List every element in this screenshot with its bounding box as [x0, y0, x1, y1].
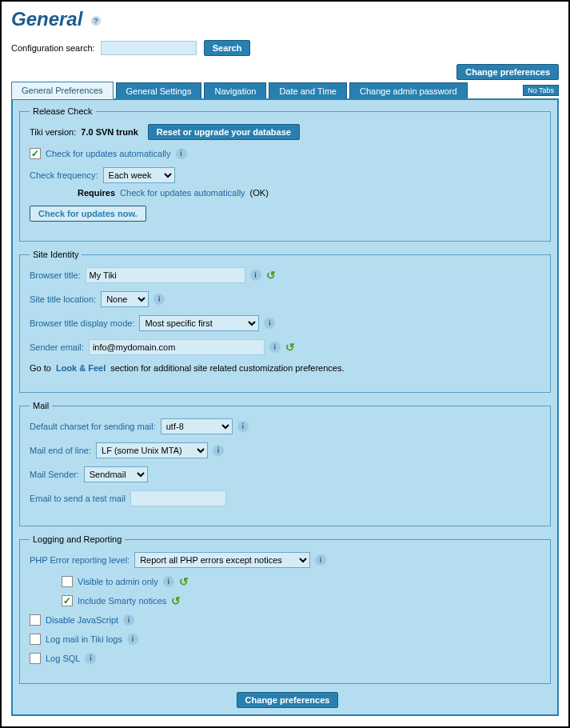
help-icon[interactable]: ? [91, 16, 101, 26]
top-bar: Change preferences [11, 64, 559, 80]
mail-sender-select[interactable]: Sendmail [84, 466, 148, 482]
release-check-fieldset: Release Check Tiki version: 7.0 SVN trun… [19, 106, 551, 242]
php-error-label: PHP Error reporting level: [30, 555, 130, 565]
search-button[interactable]: Search [204, 40, 251, 56]
info-icon[interactable]: i [153, 294, 165, 305]
auto-check-label: Check for updates automatically [46, 149, 171, 158]
log-sql-checkbox[interactable] [30, 653, 41, 664]
info-icon[interactable]: i [269, 342, 281, 353]
reset-icon[interactable]: ↺ [179, 576, 190, 587]
sender-email-label: Sender email: [30, 342, 84, 352]
charset-label: Default charset for sending mail: [30, 422, 156, 431]
reset-icon[interactable]: ↺ [285, 342, 297, 353]
display-mode-label: Browser title display mode: [30, 318, 134, 328]
info-icon[interactable]: i [127, 634, 138, 645]
mail-legend: Mail [30, 401, 52, 410]
info-icon[interactable]: i [85, 653, 96, 664]
visible-admin-label: Visible to admin only [78, 577, 158, 586]
goto-suffix: section for additional site related cust… [110, 363, 344, 373]
check-frequency-select[interactable]: Each week [103, 167, 175, 183]
change-preferences-top-button[interactable]: Change preferences [456, 64, 559, 80]
reset-icon[interactable]: ↺ [171, 595, 182, 606]
check-updates-now-button[interactable]: Check for updates now. [30, 206, 146, 222]
charset-select[interactable]: utf-8 [161, 418, 233, 434]
visible-admin-checkbox[interactable] [62, 576, 73, 587]
display-mode-select[interactable]: Most specific first [139, 315, 259, 331]
tab-general-preferences[interactable]: General Preferences [11, 82, 114, 99]
info-icon[interactable]: i [213, 445, 224, 456]
site-identity-legend: Site Identity [30, 250, 82, 259]
tabs: General Preferences General Settings Nav… [11, 82, 559, 99]
reset-icon[interactable]: ↺ [266, 270, 277, 281]
page-title-text: General [11, 8, 82, 30]
auto-check-checkbox[interactable] [30, 148, 41, 159]
info-icon[interactable]: i [315, 554, 326, 566]
requires-link[interactable]: Check for updates automatically [120, 188, 245, 198]
title-location-select[interactable]: None [101, 291, 149, 307]
reset-upgrade-button[interactable]: Reset or upgrade your database [148, 124, 300, 140]
log-mail-checkbox[interactable] [30, 634, 41, 645]
disable-js-checkbox[interactable] [30, 614, 41, 626]
page-title: General ? [11, 8, 559, 30]
tab-general-settings[interactable]: General Settings [116, 82, 202, 99]
config-search-label: Configuration search: [11, 43, 95, 53]
info-icon[interactable]: i [250, 270, 261, 281]
php-error-select[interactable]: Report all PHP errors except notices [134, 552, 310, 568]
info-icon[interactable]: i [176, 148, 187, 159]
tab-navigation[interactable]: Navigation [204, 82, 266, 99]
mail-fieldset: Mail Default charset for sending mail: u… [19, 401, 551, 526]
browser-title-label: Browser title: [30, 270, 81, 280]
smarty-notices-checkbox[interactable] [62, 595, 73, 606]
sender-email-input[interactable] [89, 339, 265, 355]
smarty-notices-label: Include Smarty notices [78, 596, 166, 606]
config-search-row: Configuration search: Search [11, 40, 559, 56]
tiki-version-value: 7.0 SVN trunk [81, 127, 138, 137]
log-sql-label: Log SQL [46, 654, 80, 663]
info-icon[interactable]: i [264, 318, 275, 329]
title-location-label: Site title location: [30, 294, 96, 304]
eol-label: Mail end of line: [30, 446, 91, 455]
mail-sender-label: Mail Sender: [30, 470, 79, 479]
tab-change-admin-password[interactable]: Change admin password [349, 82, 468, 99]
requires-label: Requires [78, 188, 115, 198]
requires-suffix: (OK) [250, 188, 269, 198]
test-mail-label: Email to send a test mail [30, 494, 126, 503]
goto-prefix: Go to [30, 363, 51, 373]
config-search-input[interactable] [101, 41, 197, 55]
look-feel-link[interactable]: Look & Feel [56, 363, 106, 373]
eol-select[interactable]: LF (some Unix MTA) [96, 442, 208, 458]
site-identity-fieldset: Site Identity Browser title: i ↺ Site ti… [19, 250, 551, 393]
info-icon[interactable]: i [123, 614, 134, 626]
logging-fieldset: Logging and Reporting PHP Error reportin… [19, 534, 551, 684]
tab-date-and-time[interactable]: Date and Time [269, 82, 347, 99]
disable-js-label: Disable JavaScript [46, 615, 118, 625]
test-mail-input[interactable] [130, 490, 226, 506]
tiki-version-label: Tiki version: [30, 127, 76, 137]
browser-title-input[interactable] [86, 267, 245, 283]
release-check-legend: Release Check [30, 106, 96, 116]
change-preferences-bottom-button[interactable]: Change preferences [237, 692, 339, 708]
info-icon[interactable]: i [163, 576, 174, 587]
info-icon[interactable]: i [237, 421, 249, 432]
logging-legend: Logging and Reporting [30, 534, 125, 544]
check-frequency-label: Check frequency: [30, 170, 98, 180]
main-panel: Release Check Tiki version: 7.0 SVN trun… [11, 98, 559, 716]
bottom-bar: Change preferences [19, 692, 551, 708]
no-tabs-button[interactable]: No Tabs [523, 85, 559, 96]
log-mail-label: Log mail in Tiki logs [46, 634, 122, 644]
